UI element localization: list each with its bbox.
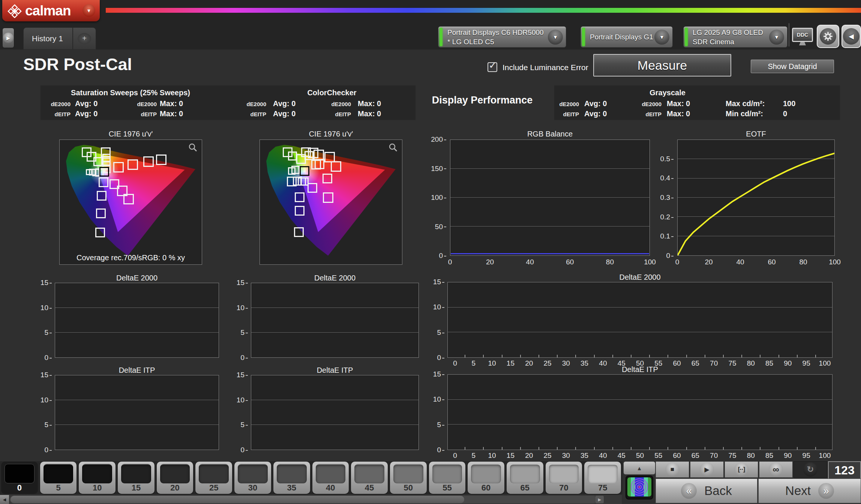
add-tab-button[interactable]: + xyxy=(73,27,96,50)
gray-patch-45[interactable]: 45 xyxy=(350,461,389,494)
measure-range-button[interactable]: [··] xyxy=(724,461,758,478)
measurement-marker xyxy=(128,159,138,170)
grayscale-panel: Grayscale dE2000 Avg: 0 dE2000 Max: 0 Ma… xyxy=(554,86,840,120)
y-axis-label: 10 xyxy=(40,304,52,312)
stat-value: Max: 0 xyxy=(667,110,690,118)
range-icon: [··] xyxy=(734,462,748,477)
gray-patch-65[interactable]: 65 xyxy=(506,461,544,494)
play-icon: ▶ xyxy=(700,462,714,477)
deltae2000-title: DeltaE 2000 xyxy=(55,274,219,282)
metric-label: dEITP xyxy=(328,111,351,117)
zoom-magnifier-icon[interactable] xyxy=(188,143,198,153)
display-dropdown[interactable]: LG 2025 A9 G8 OLED SDR Cinema ▼ xyxy=(683,26,788,48)
x-axis-label: 20 xyxy=(705,258,712,266)
gray-patch-10[interactable]: 10 xyxy=(78,461,117,494)
deltae2000-chart xyxy=(251,283,419,358)
x-axis-label: 10 xyxy=(488,452,496,460)
y-axis-label: 15 xyxy=(433,370,444,378)
axis-tick xyxy=(797,447,798,450)
gray-patch-5[interactable]: 5 xyxy=(39,461,78,494)
scrollbar-right-arrow[interactable]: ▶ xyxy=(596,496,604,503)
gray-patch-75[interactable]: 75 xyxy=(583,461,622,494)
axis-tick xyxy=(723,447,724,450)
x-axis-label: 0 xyxy=(453,452,457,460)
settings-button[interactable] xyxy=(817,25,839,48)
gray-patch-40[interactable]: 40 xyxy=(311,461,350,494)
pattern-window-up-button[interactable]: ▲ xyxy=(623,461,656,475)
axis-tick xyxy=(557,355,558,357)
axis-tick xyxy=(520,355,521,357)
y-axis-label: 5 xyxy=(44,421,52,429)
page-title: SDR Post-Cal xyxy=(23,55,132,74)
gray-patch-30[interactable]: 30 xyxy=(233,461,272,494)
next-button[interactable]: Next » xyxy=(758,478,861,503)
scrollbar-thumb[interactable] xyxy=(10,496,464,503)
plus-icon: + xyxy=(78,33,91,44)
collapse-panel-button[interactable]: ◀ xyxy=(842,25,861,48)
patch-button: 45 xyxy=(351,462,388,494)
measure-button[interactable]: Measure xyxy=(593,54,731,76)
measure-count-display[interactable]: 123 xyxy=(828,461,861,479)
source-line1: Portrait Displays G1 xyxy=(590,32,653,42)
gray-patch-15[interactable]: 15 xyxy=(117,461,156,494)
infinity-icon: ∞ xyxy=(769,462,783,477)
tab-strip-expand-button[interactable]: ▶ xyxy=(2,28,14,48)
zoom-magnifier-icon[interactable] xyxy=(388,143,398,153)
measurement-marker xyxy=(294,227,304,237)
eotf-curve xyxy=(678,140,834,255)
axis-tick xyxy=(686,447,687,450)
patch-swatch xyxy=(393,464,423,483)
back-button[interactable]: « Back xyxy=(656,478,758,503)
logo-dropdown-icon[interactable]: ▼ xyxy=(82,4,95,17)
axis-tick xyxy=(483,447,484,450)
patch-label: 15 xyxy=(118,483,154,493)
y-axis-label: 0 xyxy=(437,446,444,454)
pattern-preview-button[interactable] xyxy=(626,476,653,500)
cie-1976-chart: Coverage rec.709/sRGB: 0 % xy xyxy=(59,140,202,265)
chevron-down-icon[interactable]: ▼ xyxy=(654,30,669,45)
measurement-marker xyxy=(314,150,324,160)
axis-tick xyxy=(705,355,705,357)
patch-label: 30 xyxy=(234,483,271,493)
chevron-down-icon[interactable]: ▼ xyxy=(769,30,784,45)
metric-label: dE2000 xyxy=(557,101,579,107)
deltae2000-grayscale-chart xyxy=(447,282,832,358)
history-tab-label: History 1 xyxy=(32,34,63,43)
x-axis-label: 95 xyxy=(802,452,810,460)
meter-dropdown[interactable]: Portrait Displays C6 HDR5000 * LG OLED C… xyxy=(438,26,566,48)
patch-swatch xyxy=(238,464,268,483)
gray-patch-25[interactable]: 25 xyxy=(194,461,233,494)
source-dropdown[interactable]: Portrait Displays G1 ▼ xyxy=(580,26,673,48)
scrollbar-track[interactable] xyxy=(10,496,597,503)
next-chevrons-icon: » xyxy=(818,483,834,499)
play-button[interactable]: ▶ xyxy=(690,461,724,478)
gridline xyxy=(55,424,219,425)
loop-icon: ↻ xyxy=(803,462,818,477)
gray-patch-55[interactable]: 55 xyxy=(428,461,467,494)
include-luminance-error-checkbox[interactable]: ✓ xyxy=(488,62,497,72)
gray-patch-50[interactable]: 50 xyxy=(389,461,428,494)
scrollbar-left-arrow[interactable]: ◀ xyxy=(0,495,9,504)
axis-tick xyxy=(594,355,595,357)
gray-patch-20[interactable]: 20 xyxy=(156,461,195,494)
ddc-control-button[interactable]: DDC xyxy=(792,28,813,42)
show-datagrid-button[interactable]: Show Datagrid xyxy=(751,60,834,73)
x-axis-label: 60 xyxy=(768,258,776,266)
y-axis-label: 10 xyxy=(40,396,52,404)
x-axis-label: 90 xyxy=(784,452,792,460)
calman-menu-button[interactable]: calman ▼ xyxy=(2,0,100,21)
tab-history-1[interactable]: History 1 xyxy=(23,27,73,50)
loop-toggle-button[interactable]: ↻ xyxy=(794,461,827,478)
chevron-down-icon[interactable]: ▼ xyxy=(548,30,563,45)
gray-patch-70[interactable]: 70 xyxy=(544,461,584,494)
stop-button[interactable]: ■ xyxy=(656,461,689,478)
gray-patch-0[interactable]: 0 xyxy=(0,461,39,494)
deltae-itp-grayscale-chart xyxy=(447,374,832,450)
eotf-y-axis: 00.10.20.30.40.5 xyxy=(651,140,674,256)
continuous-measure-button[interactable]: ∞ xyxy=(759,461,793,478)
axis-tick xyxy=(815,447,816,450)
gray-patch-35[interactable]: 35 xyxy=(272,461,311,494)
stat-value: Avg: 0 xyxy=(273,110,296,118)
patch-label: 25 xyxy=(195,483,232,493)
gray-patch-60[interactable]: 60 xyxy=(466,461,506,494)
